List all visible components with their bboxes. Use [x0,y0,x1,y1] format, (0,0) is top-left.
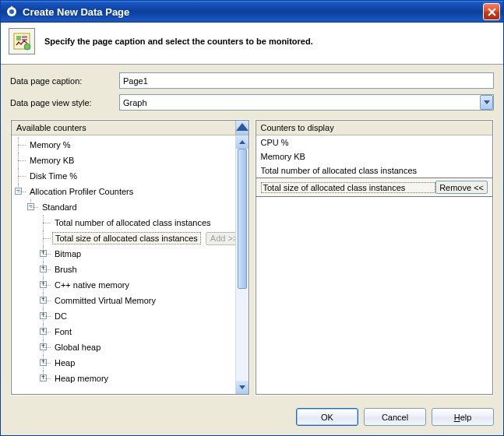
tree-item[interactable]: Total number of allocated class instance… [52,217,213,228]
tree-item[interactable]: C++ native memory [52,280,132,290]
counters-to-display-header: Counters to display [256,121,493,135]
list-item[interactable]: CPU % [256,135,493,149]
button-bar: OK Cancel Help [1,400,503,435]
available-counters-panel: Available counters Memory % Memory KB Di… [11,120,249,395]
list-item[interactable]: Total number of allocated class instance… [256,164,493,178]
tree-item[interactable]: Heap [52,357,77,368]
available-counters-header: Available counters [12,121,248,135]
tree-item[interactable]: Heap memory [52,373,111,384]
instruction-text: Specify the page caption and select the … [44,37,313,46]
vertical-scrollbar[interactable] [235,135,248,394]
tree-item[interactable]: Brush [52,264,79,275]
scroll-up-header-icon[interactable] [235,121,248,135]
svg-point-1 [9,9,14,14]
tree-item[interactable]: Committed Virtual Memory [52,295,158,306]
list-item-selected[interactable]: Total size of allocated class instances … [256,178,493,197]
style-select-value: Graph [123,98,147,107]
titlebar: Create New Data Page [1,1,503,23]
list-item[interactable]: Memory KB [256,149,493,164]
scroll-down-icon[interactable] [236,381,248,394]
tree-item[interactable]: Memory % [27,139,73,150]
panels: Available counters Memory % Memory KB Di… [1,119,503,400]
cancel-button[interactable]: Cancel [364,408,426,426]
instruction-header: Specify the page caption and select the … [1,23,503,65]
help-rest: elp [460,413,472,422]
available-counters-tree[interactable]: Memory % Memory KB Disk Time % − Allocat… [12,135,248,394]
tree-item[interactable]: Bitmap [52,248,83,259]
remove-button[interactable]: Remove << [435,181,488,194]
page-icon [9,28,35,54]
svg-rect-5 [22,36,27,38]
caption-input[interactable] [119,72,494,89]
svg-rect-4 [16,36,21,40]
style-select-arrow[interactable] [480,95,493,110]
style-select[interactable]: Graph [119,94,494,111]
help-button[interactable]: Help [432,408,494,426]
tree-group-profiler[interactable]: Allocation Profiler Counters [27,186,136,197]
tree-item[interactable]: Memory KB [27,155,76,166]
app-icon [5,5,18,18]
dialog-title: Create New Data Page [23,6,483,18]
tree-item-selected[interactable]: Total size of allocated class instances [52,232,201,244]
style-label: Data page view style: [10,98,119,107]
tree-group-standard[interactable]: Standard [40,202,79,213]
tree-item[interactable]: DC [52,311,69,322]
svg-rect-2 [11,6,12,9]
scroll-up-icon[interactable] [236,135,248,149]
scroll-thumb[interactable] [238,149,247,289]
form-area: Data page caption: Data page view style:… [1,65,503,119]
caption-label: Data page caption: [10,76,119,86]
counters-to-display-panel: Counters to display CPU % Memory KB Tota… [256,120,494,395]
tree-item[interactable]: Disk Time % [27,171,79,181]
svg-point-7 [24,44,30,50]
ok-button[interactable]: OK [296,408,358,426]
dialog-window: Create New Data Page Specify the page ca… [0,0,504,436]
close-button[interactable] [483,3,500,20]
tree-item[interactable]: Font [52,326,74,337]
display-list[interactable]: CPU % Memory KB Total number of allocate… [256,135,493,394]
tree-item[interactable]: Global heap [52,342,103,353]
